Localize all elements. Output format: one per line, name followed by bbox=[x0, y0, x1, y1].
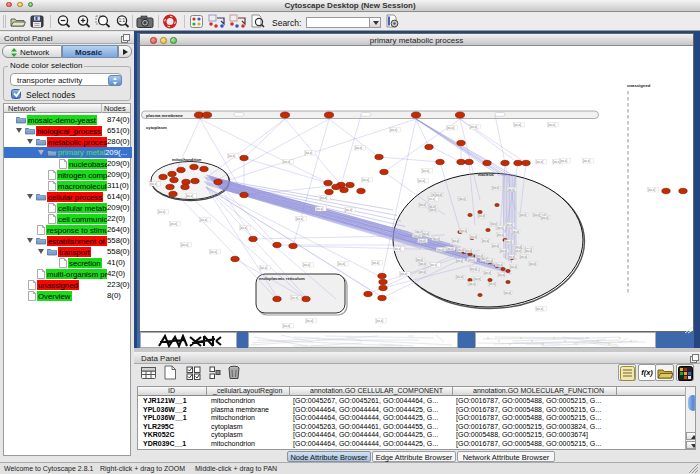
svg-text:[xx-x]: [xx-x] bbox=[500, 249, 507, 253]
svg-text:[xx-x]: [xx-x] bbox=[492, 244, 499, 248]
svg-text:[xx-x]: [xx-x] bbox=[486, 259, 493, 263]
svg-text:[xx-x]: [xx-x] bbox=[460, 229, 467, 233]
svg-text:[xx-x]: [xx-x] bbox=[228, 154, 235, 158]
svg-text:[xx-x]: [xx-x] bbox=[316, 207, 323, 211]
svg-text:[xx-x]: [xx-x] bbox=[394, 247, 401, 251]
svg-text:[xx-x]: [xx-x] bbox=[338, 262, 345, 266]
svg-text:[xx-x]: [xx-x] bbox=[447, 247, 454, 251]
svg-text:[xx-x]: [xx-x] bbox=[320, 196, 327, 200]
svg-text:[xx-x]: [xx-x] bbox=[447, 126, 454, 130]
svg-text:[xx-x]: [xx-x] bbox=[376, 319, 383, 323]
svg-text:[xx-x]: [xx-x] bbox=[419, 270, 426, 274]
svg-text:[xx-x]: [xx-x] bbox=[283, 324, 290, 328]
svg-text:[xx-x]: [xx-x] bbox=[457, 248, 464, 252]
svg-text:[xx-x]: [xx-x] bbox=[514, 123, 521, 127]
svg-text:[xx-x]: [xx-x] bbox=[468, 258, 475, 262]
svg-text:[xx-x]: [xx-x] bbox=[186, 194, 193, 198]
svg-text:[xx-x]: [xx-x] bbox=[512, 230, 519, 234]
svg-text:[xx-x]: [xx-x] bbox=[459, 197, 466, 201]
svg-text:[xx-x]: [xx-x] bbox=[429, 208, 436, 212]
svg-text:[xx-x]: [xx-x] bbox=[418, 179, 425, 183]
svg-text:[xx-x]: [xx-x] bbox=[305, 151, 312, 155]
svg-text:[xx-x]: [xx-x] bbox=[362, 178, 369, 182]
svg-text:[xx-x]: [xx-x] bbox=[170, 222, 177, 226]
svg-text:[xx-x]: [xx-x] bbox=[419, 239, 426, 243]
svg-text:cytoplasm: cytoplasm bbox=[146, 125, 167, 130]
svg-text:[xx-x]: [xx-x] bbox=[456, 259, 463, 263]
svg-text:[xx-x]: [xx-x] bbox=[260, 266, 267, 270]
svg-text:[xx-x]: [xx-x] bbox=[452, 239, 459, 243]
svg-text:[xx-x]: [xx-x] bbox=[372, 261, 379, 265]
svg-text:[xx-x]: [xx-x] bbox=[510, 265, 517, 269]
svg-text:[xx-x]: [xx-x] bbox=[508, 188, 515, 192]
svg-text:[xx-x]: [xx-x] bbox=[648, 188, 655, 192]
svg-text:[xx-x]: [xx-x] bbox=[433, 237, 440, 241]
svg-text:[xx-x]: [xx-x] bbox=[465, 249, 472, 253]
svg-text:[xx-x]: [xx-x] bbox=[430, 263, 437, 267]
svg-text:[xx-x]: [xx-x] bbox=[583, 159, 590, 163]
svg-text:[xx-x]: [xx-x] bbox=[492, 186, 499, 190]
svg-text:[xx-x]: [xx-x] bbox=[456, 275, 463, 279]
svg-text:[xx-x]: [xx-x] bbox=[474, 277, 481, 281]
svg-text:[xx-x]: [xx-x] bbox=[158, 210, 165, 214]
svg-text:[xx-x]: [xx-x] bbox=[497, 226, 504, 230]
svg-text:[xx-x]: [xx-x] bbox=[506, 223, 513, 227]
svg-text:[xx-x]: [xx-x] bbox=[496, 263, 503, 267]
svg-text:[xx-x]: [xx-x] bbox=[296, 217, 303, 221]
svg-text:[xx-x]: [xx-x] bbox=[484, 271, 491, 275]
svg-text:unassigned: unassigned bbox=[627, 83, 651, 88]
svg-text:[xx-x]: [xx-x] bbox=[303, 263, 310, 267]
svg-text:[xx-x]: [xx-x] bbox=[413, 234, 420, 238]
svg-text:[xx-x]: [xx-x] bbox=[478, 214, 485, 218]
svg-text:[xx-x]: [xx-x] bbox=[422, 169, 429, 173]
svg-text:[xx-x]: [xx-x] bbox=[240, 226, 247, 230]
svg-text:[xx-x]: [xx-x] bbox=[504, 291, 511, 295]
svg-text:[xx-x]: [xx-x] bbox=[428, 197, 435, 201]
svg-text:[xx-x]: [xx-x] bbox=[283, 160, 290, 164]
svg-text:[xx-x]: [xx-x] bbox=[476, 254, 483, 258]
svg-text:[xx-x]: [xx-x] bbox=[470, 235, 477, 239]
svg-text:[xx-x]: [xx-x] bbox=[469, 282, 476, 286]
svg-text:[xx-x]: [xx-x] bbox=[470, 267, 477, 271]
svg-text:[xx-x]: [xx-x] bbox=[498, 273, 505, 277]
svg-text:[xx-x]: [xx-x] bbox=[514, 249, 521, 253]
svg-text:[xx-x]: [xx-x] bbox=[210, 250, 217, 254]
svg-text:[xx-x]: [xx-x] bbox=[291, 296, 298, 300]
svg-text:[xx-x]: [xx-x] bbox=[519, 213, 526, 217]
svg-text:[xx-x]: [xx-x] bbox=[390, 128, 397, 132]
svg-text:[xx-x]: [xx-x] bbox=[560, 159, 567, 163]
svg-text:[xx-x]: [xx-x] bbox=[200, 218, 207, 222]
svg-text:[xx-x]: [xx-x] bbox=[505, 240, 512, 244]
svg-text:[xx-x]: [xx-x] bbox=[400, 272, 407, 276]
svg-text:plasma membrane: plasma membrane bbox=[146, 113, 183, 118]
svg-text:[xx-x]: [xx-x] bbox=[529, 262, 536, 266]
svg-text:[xx-x]: [xx-x] bbox=[422, 232, 429, 236]
svg-text:[xx-x]: [xx-x] bbox=[419, 203, 426, 207]
svg-text:mitochondrion: mitochondrion bbox=[172, 157, 202, 162]
svg-text:[xx-x]: [xx-x] bbox=[497, 233, 504, 237]
svg-text:[xx-x]: [xx-x] bbox=[508, 255, 515, 259]
svg-text:[xx-x]: [xx-x] bbox=[181, 243, 188, 247]
svg-text:1:1: 1:1 bbox=[119, 18, 126, 23]
svg-text:[xx-x]: [xx-x] bbox=[419, 262, 426, 266]
svg-text:[xx-x]: [xx-x] bbox=[520, 255, 527, 259]
svg-text:[xx-x]: [xx-x] bbox=[515, 245, 522, 249]
svg-text:nucleus: nucleus bbox=[478, 172, 494, 177]
svg-text:endoplasmic reticulum: endoplasmic reticulum bbox=[259, 276, 305, 281]
svg-text:[xx-x]: [xx-x] bbox=[435, 193, 442, 197]
svg-text:[xx-x]: [xx-x] bbox=[536, 307, 543, 311]
svg-text:[xx-x]: [xx-x] bbox=[150, 182, 157, 186]
svg-text:[xx-x]: [xx-x] bbox=[482, 239, 489, 243]
svg-text:[xx-x]: [xx-x] bbox=[541, 216, 548, 220]
svg-text:[xx-x]: [xx-x] bbox=[437, 248, 444, 252]
svg-text:[xx-x]: [xx-x] bbox=[345, 208, 352, 212]
svg-text:[xx-x]: [xx-x] bbox=[470, 125, 477, 129]
svg-text:[xx-x]: [xx-x] bbox=[355, 146, 362, 150]
svg-text:[xx-x]: [xx-x] bbox=[489, 282, 496, 286]
svg-text:[xx-x]: [xx-x] bbox=[536, 160, 543, 164]
svg-text:[xx-x]: [xx-x] bbox=[533, 213, 540, 217]
svg-text:[xx-x]: [xx-x] bbox=[525, 249, 532, 253]
svg-text:[xx-x]: [xx-x] bbox=[306, 319, 313, 323]
svg-text:[xx-x]: [xx-x] bbox=[548, 123, 555, 127]
